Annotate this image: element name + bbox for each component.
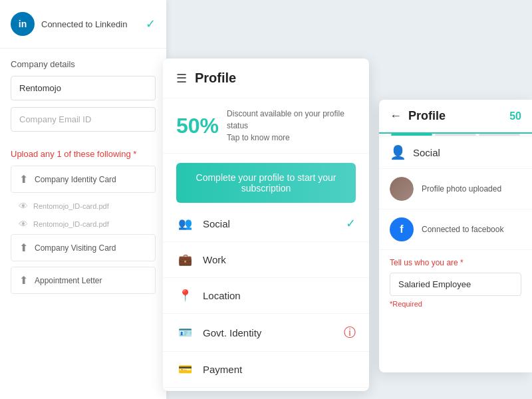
tab-2[interactable] (435, 134, 476, 136)
upload-cloud-icon: ⬆ (19, 173, 28, 186)
hamburger-icon[interactable]: ☰ (176, 71, 187, 86)
facebook-text: Connected to facebook (422, 225, 503, 234)
profile-header: ☰ Profile (163, 59, 369, 98)
eye-icon-2: 👁 (19, 219, 28, 229)
linkedin-icon: in (11, 12, 35, 36)
file-name-1: Rentomojo_ID-card.pdf (33, 202, 109, 210)
govt-alert-icon: ⓘ (344, 325, 356, 340)
company-identity-label: Company Identity Card (35, 175, 116, 184)
company-details-label: Company details (11, 59, 156, 69)
eye-icon-1: 👁 (19, 201, 28, 211)
social-icon: 👥 (176, 217, 194, 231)
location-icon: 📍 (176, 289, 194, 303)
upload-required-star: * (133, 149, 136, 159)
tab-social[interactable] (391, 134, 432, 136)
left-panel: in Connected to Linkedin ✓ Company detai… (0, 0, 166, 399)
menu-item-social[interactable]: 👥 Social ✓ (163, 205, 369, 242)
social-check-icon: ✓ (346, 216, 356, 231)
social-section-header: 👤 Social (379, 136, 532, 169)
file-item-1: 👁 Rentomojo_ID-card.pdf (11, 198, 156, 214)
company-visiting-label: Company Visiting Card (35, 243, 116, 253)
right-panel-percent: 50 (509, 110, 521, 122)
upload-section: Upload any 1 of these following * ⬆ Comp… (0, 144, 166, 305)
tab-3[interactable] (479, 134, 520, 136)
profile-photo-avatar (390, 177, 414, 201)
right-panel-title: Profile (408, 109, 509, 123)
linkedin-check-icon: ✓ (146, 17, 156, 31)
profile-menu: 👥 Social ✓ 💼 Work 📍 Location 🪪 Govt. Ide… (163, 205, 369, 388)
upload-cloud-icon-3: ⬆ (19, 274, 28, 287)
company-email-input[interactable] (11, 107, 156, 132)
upload-cloud-icon-2: ⬆ (19, 241, 28, 254)
appointment-upload[interactable]: ⬆ Appointment Letter (11, 267, 156, 294)
back-button[interactable]: ← (390, 109, 402, 123)
location-label: Location (203, 290, 356, 301)
tell-us-section: Tell us who you are * *Required (379, 250, 532, 313)
menu-item-payment[interactable]: 💳 Payment (163, 352, 369, 388)
cta-button[interactable]: Complete your profile to start your subs… (176, 163, 356, 203)
tell-us-required-star: * (460, 258, 464, 267)
govt-identity-icon: 🪪 (176, 326, 194, 340)
appointment-label: Appointment Letter (35, 276, 102, 285)
facebook-avatar: f (390, 217, 414, 241)
social-section-label: Social (413, 147, 440, 158)
linkedin-bar: in Connected to Linkedin ✓ (0, 0, 166, 49)
menu-item-govt-identity[interactable]: 🪪 Govt. Identity ⓘ (163, 314, 369, 352)
discount-bar: 50% Discount available on your profile s… (163, 98, 369, 154)
payment-label: Payment (203, 364, 356, 375)
profile-photo-item: Profile photo uploaded (379, 169, 532, 209)
linkedin-connected-text: Connected to Linkedin (41, 19, 146, 29)
work-label: Work (203, 254, 356, 265)
profile-title: Profile (195, 70, 236, 86)
file-item-2: 👁 Rentomojo_ID-card.pdf (11, 216, 156, 232)
upload-label: Upload any 1 of these following * (11, 149, 156, 159)
right-panel-header: ← Profile 50 (379, 100, 532, 134)
tell-us-label: Tell us who you are * (390, 258, 521, 267)
discount-info: Discount available on your profile statu… (227, 108, 356, 144)
middle-panel: ☰ Profile 50% Discount available on your… (163, 59, 369, 391)
profile-photo-text: Profile photo uploaded (422, 184, 501, 194)
social-label: Social (203, 218, 346, 229)
right-panel: ← Profile 50 👤 Social Profile photo uplo… (379, 100, 532, 372)
work-icon: 💼 (176, 253, 194, 267)
file-name-2: Rentomojo_ID-card.pdf (33, 220, 109, 228)
required-note: *Required (390, 300, 521, 308)
company-name-input[interactable] (11, 76, 156, 100)
discount-percent: 50% (176, 114, 219, 138)
company-visiting-upload[interactable]: ⬆ Company Visiting Card (11, 234, 156, 261)
payment-icon: 💳 (176, 362, 194, 376)
menu-item-location[interactable]: 📍 Location (163, 278, 369, 314)
menu-item-work[interactable]: 💼 Work (163, 242, 369, 278)
company-identity-upload[interactable]: ⬆ Company Identity Card (11, 166, 156, 193)
tell-us-input[interactable] (390, 273, 521, 296)
company-details-section: Company details (0, 49, 166, 144)
social-person-icon: 👤 (390, 144, 406, 160)
govt-identity-label: Govt. Identity (203, 327, 344, 338)
facebook-item: f Connected to facebook (379, 209, 532, 250)
